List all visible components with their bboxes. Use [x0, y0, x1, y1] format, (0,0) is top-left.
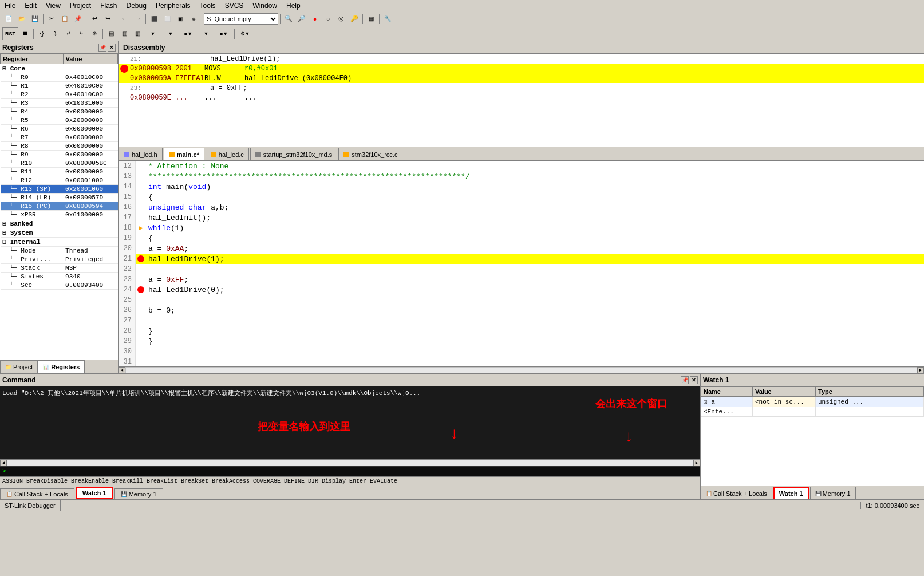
tb2-color[interactable]: ■▼ [180, 27, 197, 40]
tb-wrench[interactable]: 🔧 [381, 13, 394, 25]
tb-paste[interactable]: 📌 [72, 13, 84, 25]
menu-view[interactable]: View [41, 1, 65, 11]
disassembly-content: 21: hal_Led1Drive(1); 0x08000598 2001 MO… [119, 54, 924, 147]
registers-header: Registers 📌 ✕ [0, 41, 118, 54]
line-number: 22 [119, 264, 136, 274]
tb2-stop[interactable]: ⏹ [19, 27, 31, 40]
menu-help[interactable]: Help [282, 1, 305, 11]
line-marker [136, 212, 146, 223]
tb2-mem1[interactable]: ▤ [105, 27, 117, 40]
tb2-step2[interactable]: ⤵ [49, 27, 61, 40]
watch-col-value: Value [753, 387, 816, 397]
tb-bp3[interactable]: ▣ [174, 13, 187, 25]
cmd-scroll-right[interactable]: ► [693, 460, 700, 467]
watch-checkbox[interactable]: ☑ [704, 399, 708, 405]
reg-value [63, 64, 117, 73]
line-number: 20 [119, 243, 136, 254]
tb-undo[interactable]: ↩ [88, 13, 101, 25]
tb2-more1[interactable]: ▼ [144, 27, 161, 40]
menu-file[interactable]: File [0, 1, 20, 11]
command-panel-tabs: 📋 Call Stack + Locals Watch 1 💾 Memory 1 [0, 486, 700, 499]
menu-svcs[interactable]: SVCS [220, 1, 248, 11]
tb-redo[interactable]: ↪ [101, 13, 114, 25]
tb-new[interactable]: 📄 [2, 13, 15, 25]
tab-memory1[interactable]: 💾 Memory 1 [114, 488, 163, 499]
register-row: ⊟ Banked [1, 219, 118, 228]
tab-project[interactable]: 📁 Project [0, 360, 38, 373]
hscroll-left[interactable]: ◄ [119, 367, 125, 374]
menu-edit[interactable]: Edit [20, 1, 41, 11]
tab-hal-led-h[interactable]: hal_led.h [119, 148, 163, 160]
cmd-scroll-left[interactable]: ◄ [0, 460, 7, 467]
reg-name: └─ R3 [1, 99, 64, 108]
register-row: └─ R1 0x40010C00 [1, 82, 118, 90]
panel-pin-icon[interactable]: 📌 [98, 44, 106, 52]
code-line: 21 hal_Led1Drive(1); [119, 254, 924, 264]
tab-startup-icon [255, 152, 261, 157]
tb-open[interactable]: 📂 [15, 13, 28, 25]
tb2-more2[interactable]: ▼ [162, 27, 179, 40]
line-marker [136, 243, 146, 254]
panel-close-icon[interactable]: ✕ [108, 44, 116, 52]
tb2-step1[interactable]: {} [35, 27, 48, 40]
command-pin-icon[interactable]: 📌 [681, 376, 689, 384]
tb2-settings[interactable]: ⚙▼ [236, 27, 254, 40]
watch-tab-watch1[interactable]: Watch 1 [773, 487, 809, 499]
tab-main-c[interactable]: main.c* [164, 148, 204, 160]
tb-bp1[interactable]: ⬛ [148, 13, 160, 25]
hscroll-track[interactable] [125, 367, 917, 374]
cmd-scroll-track[interactable] [7, 460, 693, 467]
line-marker: ▶ [136, 223, 146, 233]
line-number: 24 [119, 285, 136, 295]
tb2-reset[interactable]: RST [2, 27, 18, 40]
tb2-step4[interactable]: ⤷ [75, 27, 88, 40]
tb-display[interactable]: ▦ [365, 13, 377, 25]
tb2-mode[interactable]: ▼ [198, 27, 215, 40]
tab-rcc[interactable]: stm32f10x_rcc.c [338, 148, 402, 160]
tb2-run-to[interactable]: ⊛ [88, 27, 101, 40]
hscroll-right[interactable]: ► [917, 367, 924, 374]
command-hscroll[interactable]: ◄ ► [0, 459, 700, 466]
reg-value: 0x00000000 [63, 168, 117, 176]
tb2-extra[interactable]: ■▼ [215, 27, 232, 40]
tab-call-stack[interactable]: 📋 Call Stack + Locals [0, 488, 74, 499]
disasm-line-bl: 0x0800059A F7FFFAl BL.W hal_Led1Drive (0… [119, 73, 924, 83]
watch-tab-callstack[interactable]: 📋 Call Stack + Locals [701, 487, 772, 499]
tb-cut[interactable]: ✂ [45, 13, 58, 25]
code-hscroll[interactable]: ◄ ► [119, 366, 924, 373]
tab-watch1-bottom[interactable]: Watch 1 [76, 487, 113, 499]
menubar: File Edit View Project Flash Debug Perip… [0, 0, 924, 11]
tab-hal-led-c[interactable]: hal_led.c [206, 148, 249, 160]
tb-zoom[interactable]: 🔎 [295, 13, 308, 25]
tb-bp2[interactable]: ⬜ [161, 13, 173, 25]
menu-debug[interactable]: Debug [122, 1, 151, 11]
menu-flash[interactable]: Flash [96, 1, 121, 11]
command-close-icon[interactable]: ✕ [690, 376, 698, 384]
tb-run-red[interactable]: ● [309, 13, 321, 25]
tb2-periph[interactable]: ▧ [131, 27, 144, 40]
tb-search[interactable]: 🔍 [282, 13, 295, 25]
tb2-mem2[interactable]: ▥ [118, 27, 131, 40]
menu-project[interactable]: Project [65, 1, 96, 11]
tab-registers[interactable]: 📊 Registers [38, 360, 85, 373]
code-area[interactable]: 12 * Attention : None 13 ***************… [119, 161, 924, 366]
tb-bp4[interactable]: ◈ [187, 13, 200, 25]
tb2-step3[interactable]: ⤶ [62, 27, 74, 40]
toolbar-dropdown[interactable]: S_QueueEmpty [204, 13, 278, 25]
code-line: 28 } [119, 326, 924, 336]
menu-window[interactable]: Window [248, 1, 282, 11]
tb-run-circle[interactable]: ○ [322, 13, 334, 25]
line-marker [136, 315, 146, 326]
watch-tab-memory1[interactable]: 💾 Memory 1 [810, 487, 856, 499]
tb-nav-fwd[interactable]: → [131, 13, 144, 25]
tb-settings-key[interactable]: 🔑 [348, 13, 361, 25]
code-line: 12 * Attention : None [119, 161, 924, 171]
tb-run-ring[interactable]: ◎ [335, 13, 348, 25]
menu-peripherals[interactable]: Peripherals [151, 1, 195, 11]
register-row: ⊟ Core [1, 64, 118, 73]
menu-tools[interactable]: Tools [195, 1, 220, 11]
tb-copy[interactable]: 📋 [58, 13, 71, 25]
tb-nav-back[interactable]: ← [118, 13, 131, 25]
tab-startup[interactable]: startup_stm32f10x_md.s [250, 148, 337, 160]
tb-save[interactable]: 💾 [29, 13, 41, 25]
